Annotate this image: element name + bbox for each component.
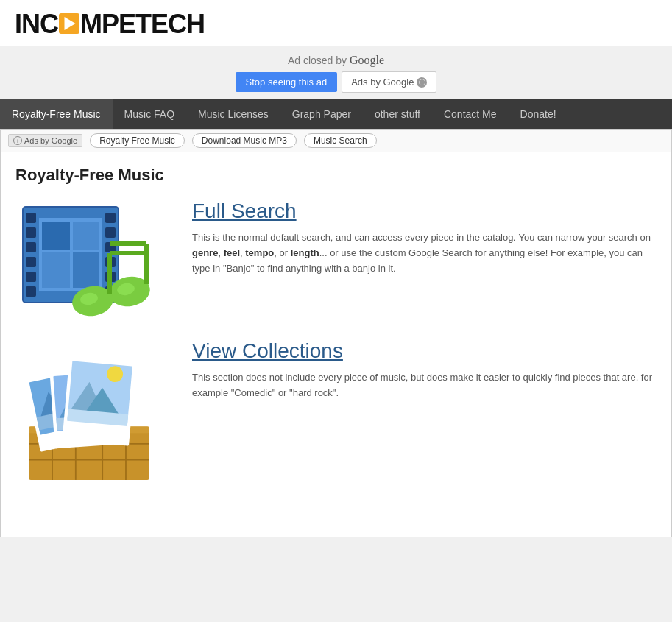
ads-by-google-text: Ads by Google (351, 77, 414, 88)
page-title: Royalty-Free Music (15, 166, 657, 185)
ad-link-music-search[interactable]: Music Search (304, 133, 377, 148)
svg-rect-6 (26, 272, 36, 282)
view-collections-description: This section does not include every piec… (192, 370, 657, 401)
full-search-title[interactable]: Full Search (192, 199, 657, 223)
svg-rect-9 (105, 227, 116, 238)
ad-link-download-mp3[interactable]: Download Music MP3 (192, 133, 297, 148)
svg-rect-15 (42, 222, 70, 250)
nav-item-donate[interactable]: Donate! (509, 99, 568, 129)
ads-by-google-button[interactable]: Ads by Google ⓘ (342, 71, 436, 93)
main-content: i Ads by Google Royalty Free Music Downl… (0, 129, 672, 537)
full-search-item: Full Search This is the normal default s… (15, 199, 657, 317)
film-music-svg (15, 199, 177, 317)
view-collections-item: View Collections This section does not i… (15, 339, 657, 501)
full-search-text: Full Search This is the normal default s… (192, 199, 657, 276)
ads-info-icon: i (13, 136, 22, 145)
nav-item-other-stuff[interactable]: other stuff (363, 99, 432, 129)
svg-rect-5 (26, 257, 36, 267)
svg-rect-16 (73, 222, 99, 250)
full-search-description: This is the normal default search, and c… (192, 230, 657, 276)
header: INCMPETECH (0, 0, 672, 46)
view-collections-image (15, 339, 177, 501)
google-brand: Google (350, 54, 384, 66)
nav-item-music-licenses[interactable]: Music Licenses (186, 99, 280, 129)
ad-closed-label: Ad closed by (288, 54, 347, 66)
svg-rect-3 (26, 227, 36, 238)
ads-by-google-bar-text: Ads by Google (24, 136, 77, 145)
svg-rect-7 (26, 286, 36, 297)
ad-closed-section: Ad closed by Google Stop seeing this ad … (0, 46, 672, 99)
view-collections-text: View Collections This section does not i… (192, 339, 657, 401)
svg-rect-18 (73, 252, 99, 288)
page-content: Royalty-Free Music (1, 152, 671, 537)
svg-rect-8 (105, 213, 116, 223)
nav-item-contact-me[interactable]: Contact Me (432, 99, 509, 129)
ad-buttons: Stop seeing this ad Ads by Google ⓘ (0, 71, 672, 93)
nav-item-royalty-free-music[interactable]: Royalty-Free Music (0, 99, 113, 129)
full-search-image (15, 199, 177, 317)
logo-text-end: MPETECH (80, 9, 205, 39)
ad-link-royalty-free[interactable]: Royalty Free Music (90, 133, 185, 148)
nav-item-music-faq[interactable]: Music FAQ (113, 99, 186, 129)
svg-rect-17 (42, 252, 70, 288)
ads-by-google-label: i Ads by Google (8, 134, 82, 147)
info-icon: ⓘ (417, 77, 427, 88)
main-nav: Royalty-Free Music Music FAQ Music Licen… (0, 99, 672, 129)
logo-text-start: INC (15, 9, 58, 39)
ad-closed-text: Ad closed by Google (0, 54, 672, 67)
svg-rect-4 (26, 242, 36, 252)
site-logo[interactable]: INCMPETECH (15, 9, 657, 40)
collections-svg (15, 339, 163, 487)
svg-rect-2 (26, 213, 36, 223)
view-collections-title[interactable]: View Collections (192, 339, 657, 363)
ads-bar: i Ads by Google Royalty Free Music Downl… (1, 130, 671, 152)
nav-item-graph-paper[interactable]: Graph Paper (280, 99, 363, 129)
play-icon (59, 13, 79, 34)
stop-seeing-button[interactable]: Stop seeing this ad (236, 72, 338, 92)
